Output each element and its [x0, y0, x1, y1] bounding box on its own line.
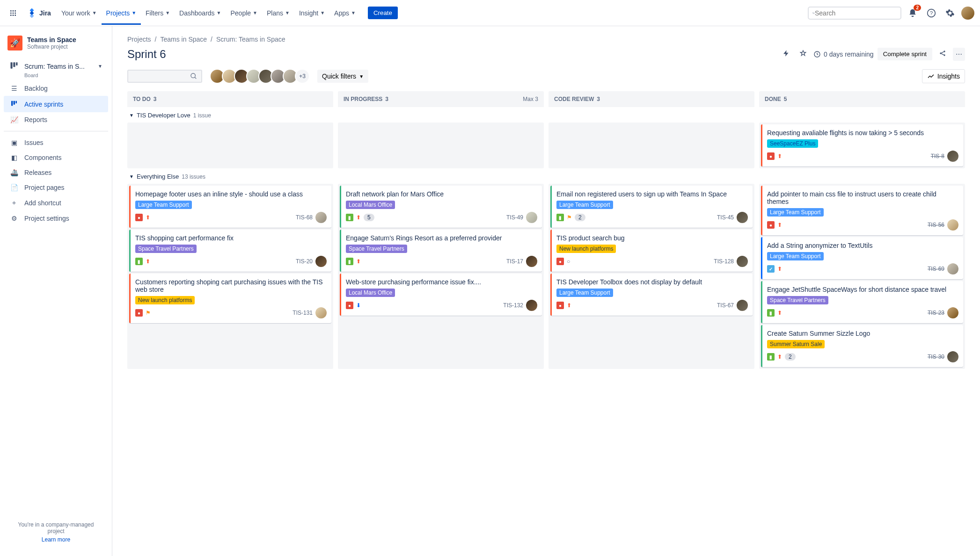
assignee-avatar[interactable] — [526, 256, 537, 267]
nav-item-apps[interactable]: Apps ▼ — [329, 1, 360, 25]
nav-item-projects[interactable]: Projects ▼ — [102, 1, 141, 25]
priority-highest-icon: ⬆ — [146, 214, 150, 221]
sidebar-item-add-shortcut[interactable]: ＋Add shortcut — [4, 195, 108, 211]
profile-avatar[interactable] — [961, 7, 974, 20]
epic-tag[interactable]: Large Team Support — [767, 208, 824, 217]
avatar-more[interactable]: +3 — [295, 69, 310, 84]
column-header: DONE 5 — [759, 91, 965, 107]
assignee-avatar[interactable] — [947, 351, 958, 362]
create-button[interactable]: Create — [368, 7, 398, 19]
issue-card[interactable]: Customers reporting shoping cart purchas… — [129, 274, 331, 323]
quick-filters-button[interactable]: Quick filters ▼ — [317, 70, 368, 83]
issue-card[interactable]: Web-store purchasing performance issue f… — [340, 274, 542, 316]
sidebar-item-releases[interactable]: 🚢Releases — [4, 165, 108, 180]
epic-tag[interactable]: Large Team Support — [767, 252, 824, 260]
app-switcher-icon[interactable] — [6, 6, 21, 21]
assignee-avatar[interactable] — [737, 256, 748, 267]
assignee-avatar[interactable] — [315, 212, 327, 223]
sidebar-item-project-pages[interactable]: 📄Project pages — [4, 180, 108, 195]
project-header[interactable]: 🚀 Teams in Space Software project — [4, 34, 108, 58]
board-column[interactable]: Homepage footer uses an inline style - s… — [127, 184, 333, 369]
learn-more-link[interactable]: Learn more — [9, 536, 102, 543]
issue-card[interactable]: TIS Developer Toolbox does not display b… — [550, 274, 753, 316]
gear-icon: ⚙ — [9, 215, 19, 222]
board-column[interactable]: Email non registered users to sign up wi… — [549, 184, 754, 369]
svg-rect-15 — [14, 101, 15, 105]
nav-item-plans[interactable]: Plans ▼ — [262, 1, 294, 25]
epic-tag[interactable]: Large Team Support — [135, 201, 192, 209]
settings-icon[interactable] — [943, 6, 958, 21]
sidebar-item-active-sprints[interactable]: Active sprints — [4, 96, 108, 112]
assignee-avatar[interactable] — [526, 300, 537, 311]
epic-tag[interactable]: Large Team Support — [556, 289, 613, 297]
epic-tag[interactable]: Summer Saturn Sale — [767, 340, 825, 348]
swimlane-header[interactable]: ▼ TIS Developer Love 1 issue — [127, 107, 965, 123]
sidebar-item-reports[interactable]: 📈Reports — [4, 112, 108, 127]
issue-card[interactable]: Engage JetShuttle SpaceWays for short di… — [761, 281, 963, 323]
sidebar-item-issues[interactable]: ▣Issues — [4, 135, 108, 150]
board-column[interactable]: Add pointer to main css file to instruct… — [759, 184, 965, 369]
board-column[interactable]: Draft network plan for Mars OfficeLocal … — [338, 184, 544, 369]
nav-item-dashboards[interactable]: Dashboards ▼ — [175, 1, 226, 25]
assignee-avatar[interactable] — [947, 219, 958, 231]
assignee-avatar[interactable] — [947, 263, 958, 274]
global-search[interactable] — [808, 7, 901, 20]
board-column[interactable]: Requesting avaliable flights is now taki… — [759, 123, 965, 168]
board-column[interactable] — [549, 123, 754, 168]
breadcrumb-item[interactable]: Scrum: Teams in Space — [216, 36, 285, 43]
complete-sprint-button[interactable]: Complete sprint — [878, 48, 932, 60]
epic-tag[interactable]: SeeSpaceEZ Plus — [767, 139, 818, 148]
epic-tag[interactable]: Space Travel Partners — [346, 245, 407, 253]
epic-tag[interactable]: New launch platforms — [556, 245, 616, 253]
issue-card[interactable]: Requesting avaliable flights is now taki… — [761, 124, 963, 166]
nav-item-insight[interactable]: Insight ▼ — [294, 1, 329, 25]
sidebar-item-backlog[interactable]: ☰Backlog — [4, 81, 108, 96]
share-icon[interactable] — [936, 47, 949, 61]
star-icon[interactable] — [797, 47, 810, 61]
sidebar-item-components[interactable]: ◧Components — [4, 150, 108, 165]
automation-icon[interactable] — [780, 47, 793, 61]
breadcrumb-item[interactable]: Teams in Space — [160, 36, 207, 43]
epic-tag[interactable]: Space Travel Partners — [135, 245, 197, 253]
board-search[interactable] — [127, 70, 202, 83]
issue-card[interactable]: Create Saturn Summer Sizzle LogoSummer S… — [761, 325, 963, 367]
assignee-avatar[interactable] — [315, 307, 327, 318]
insights-button[interactable]: Insights — [922, 69, 965, 83]
issue-card[interactable]: Draft network plan for Mars OfficeLocal … — [340, 186, 542, 228]
assignee-avatar[interactable] — [737, 212, 748, 223]
help-icon[interactable]: ? — [924, 6, 939, 21]
epic-tag[interactable]: Space Travel Partners — [767, 296, 828, 304]
swimlane-header[interactable]: ▼ Everything Else 13 issues — [127, 168, 965, 184]
assignee-filter[interactable]: +3 — [210, 69, 310, 84]
issue-card[interactable]: Add a String anonymizer to TextUtilsLarg… — [761, 237, 963, 279]
assignee-avatar[interactable] — [315, 256, 327, 267]
issue-card[interactable]: Engage Saturn's Rings Resort as a prefer… — [340, 230, 542, 272]
board-column[interactable] — [127, 123, 333, 168]
search-input[interactable] — [815, 9, 897, 17]
issue-card[interactable]: Email non registered users to sign up wi… — [550, 186, 753, 228]
assignee-avatar[interactable] — [947, 307, 958, 318]
epic-tag[interactable]: Local Mars Office — [346, 201, 395, 209]
epic-tag[interactable]: Large Team Support — [556, 201, 613, 209]
more-icon[interactable]: ⋯ — [953, 48, 965, 61]
issue-card[interactable]: Homepage footer uses an inline style - s… — [129, 186, 331, 228]
nav-item-people[interactable]: People ▼ — [226, 1, 263, 25]
nav-item-filters[interactable]: Filters ▼ — [141, 1, 175, 25]
breadcrumb-item[interactable]: Projects — [127, 36, 151, 43]
notifications-icon[interactable]: 2 — [905, 6, 920, 21]
issue-card[interactable]: TIS shopping cart performance fixSpace T… — [129, 230, 331, 272]
board-column[interactable] — [338, 123, 544, 168]
board-selector[interactable]: Scrum: Teams in S... ▼ — [4, 58, 108, 74]
reports-icon: 📈 — [9, 116, 19, 123]
epic-tag[interactable]: Local Mars Office — [346, 289, 395, 297]
issue-card[interactable]: Add pointer to main css file to instruct… — [761, 186, 963, 235]
priority-highest-icon: ⬆ — [777, 266, 782, 272]
sidebar-item-project-settings[interactable]: ⚙Project settings — [4, 211, 108, 226]
assignee-avatar[interactable] — [737, 300, 748, 311]
jira-logo[interactable]: Jira — [22, 7, 55, 19]
nav-item-your-work[interactable]: Your work ▼ — [57, 1, 102, 25]
issue-card[interactable]: TIS product search bugNew launch platfor… — [550, 230, 753, 272]
assignee-avatar[interactable] — [526, 212, 537, 223]
assignee-avatar[interactable] — [947, 151, 958, 162]
epic-tag[interactable]: New launch platforms — [135, 296, 195, 304]
